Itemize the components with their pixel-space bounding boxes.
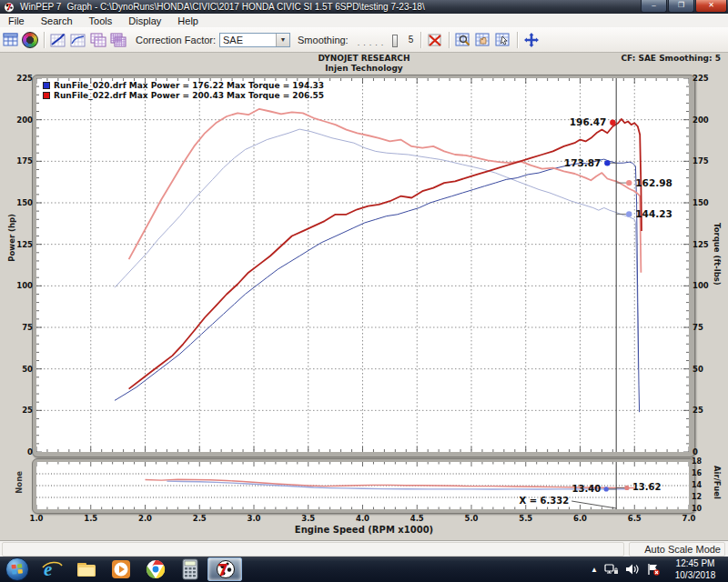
slider-ticks: ..... — [358, 38, 388, 47]
tray-expand-arrow[interactable]: ▲ — [591, 566, 598, 574]
tick-label: 4.0 — [350, 514, 376, 523]
graph-power-button[interactable] — [48, 30, 68, 49]
title-bar: 7 WinPEP 7 Graph - C:\DynoRuns\HONDA\CIV… — [0, 0, 728, 14]
smoothing-value: 5 — [409, 35, 414, 45]
move-cross-icon — [523, 32, 540, 48]
af-right-axis-title: Air/Fuel — [713, 466, 722, 499]
speaker-icon[interactable] — [625, 563, 640, 576]
graph-compare-button[interactable] — [88, 30, 108, 49]
close-button[interactable]: ✕ — [695, 0, 727, 13]
main-plot-area[interactable]: 196.47173.87162.98144.23 — [36, 78, 689, 452]
color-wheel-button[interactable] — [20, 30, 40, 49]
chrome-icon — [145, 558, 167, 580]
action-center-flag-icon[interactable] — [646, 563, 661, 576]
tick-label: 18 — [692, 457, 710, 466]
taskbar-chrome[interactable] — [138, 557, 173, 581]
runlist-grid-button[interactable] — [0, 30, 20, 49]
dyno-shop-name: DYNOJET RESEARCH — [0, 54, 728, 63]
tick-label: 50 — [11, 365, 33, 374]
graph-line-button[interactable] — [68, 30, 88, 49]
tick-label: 200 — [11, 115, 33, 125]
tick-label: 225 — [693, 74, 714, 83]
document-title: Graph - C:\DynoRuns\HONDA\CIVIC\2017 HON… — [66, 2, 424, 12]
winpep-window: 7 WinPEP 7 Graph - C:\DynoRuns\HONDA\CIV… — [0, 0, 728, 582]
zoom-graph-icon — [455, 33, 471, 47]
tick-label: 125 — [693, 240, 714, 249]
start-button[interactable] — [0, 557, 35, 581]
svg-text:13.62: 13.62 — [632, 482, 662, 492]
x-axis-title: Engine Speed (RPM x1000) — [0, 525, 728, 535]
taskbar-winpep[interactable]: 7 — [207, 557, 242, 581]
tick-label: 225 — [11, 74, 33, 83]
tick-label: 50 — [693, 365, 714, 374]
cursor-value-label: 144.23 — [635, 208, 672, 219]
tick-label: 25 — [11, 406, 33, 415]
chevron-down-icon[interactable]: ▼ — [276, 34, 289, 46]
toolbar-separator — [420, 32, 421, 48]
slider-thumb[interactable] — [392, 35, 398, 47]
tick-label: 6.5 — [622, 514, 647, 523]
svg-text:7: 7 — [6, 3, 12, 12]
calculator-icon — [181, 558, 199, 580]
tick-label: 10 — [692, 505, 710, 513]
run-legend: RunFile_020.drf Max Power = 176.22 Max T… — [43, 81, 324, 100]
tick-label: 100 — [693, 281, 714, 290]
tick-label: 175 — [693, 156, 714, 166]
tick-label: 100 — [11, 281, 33, 290]
window-controls: – ❐ ✕ — [640, 0, 727, 13]
af-left-axis-title: None — [15, 471, 24, 494]
toolbar-separator — [44, 32, 45, 48]
tick-label: 175 — [11, 156, 33, 166]
select-graph-button[interactable] — [493, 30, 513, 49]
correction-factor-label: Correction Factor: — [136, 35, 216, 45]
taskbar-clock[interactable]: 12:45 PM 10/3/2018 — [664, 557, 726, 582]
left-axis-title: Power (hp) — [7, 214, 16, 262]
tick-label: 1.5 — [78, 514, 104, 523]
menu-tools[interactable]: Tools — [81, 15, 121, 26]
taskbar-explorer[interactable] — [69, 557, 104, 581]
legend-swatch — [43, 82, 50, 89]
correction-factor-select[interactable]: SAE ▼ — [219, 33, 290, 47]
tick-label: 150 — [693, 198, 714, 207]
cursor-value-label: 162.98 — [635, 177, 672, 188]
tick-label: 25 — [693, 406, 714, 415]
correction-factor-value: SAE — [220, 35, 276, 45]
maximize-button[interactable]: ❐ — [668, 0, 694, 13]
pan-hand-icon — [475, 33, 491, 47]
status-bar: Auto Scale Mode — [0, 540, 728, 557]
menu-file[interactable]: File — [0, 15, 33, 26]
smoothing-slider[interactable]: ..... — [354, 33, 403, 47]
graph-multi-button[interactable] — [108, 30, 128, 49]
taskbar-media-player[interactable] — [104, 557, 138, 581]
menu-search[interactable]: Search — [33, 15, 81, 26]
taskbar-ie[interactable]: e — [35, 557, 69, 581]
color-wheel-icon — [22, 32, 38, 48]
af-plot-area[interactable]: 13.4013.62X = 6.332 — [36, 462, 689, 509]
minimize-button[interactable]: – — [641, 0, 667, 13]
taskbar-calculator[interactable] — [173, 557, 207, 581]
zoom-graph-button[interactable] — [453, 30, 473, 49]
select-cursor-icon — [495, 33, 511, 47]
clear-graph-button[interactable] — [425, 30, 445, 49]
cursor-value-label: 173.87 — [564, 157, 602, 168]
legend-row: RunFile_020.drf Max Power = 176.22 Max T… — [43, 81, 324, 90]
media-player-icon — [110, 558, 132, 580]
tick-label: 0 — [693, 447, 714, 457]
clock-time: 12:45 PM — [664, 557, 726, 569]
windows-orb-icon — [5, 557, 29, 581]
toolbar-separator — [517, 32, 518, 48]
tick-label: 5.5 — [513, 514, 539, 523]
menu-help[interactable]: Help — [169, 15, 207, 26]
menu-bar: File Search Tools Display Help — [0, 14, 728, 28]
network-icon[interactable] — [604, 563, 619, 576]
svg-text:e: e — [44, 558, 52, 580]
legend-swatch — [43, 92, 50, 99]
smoothing-label: Smoothing: — [298, 35, 349, 45]
menu-display[interactable]: Display — [120, 15, 169, 26]
pan-graph-button[interactable] — [473, 30, 493, 49]
dyno-graph[interactable]: 196.47173.87162.98144.23 — [36, 78, 689, 452]
air-fuel-graph[interactable]: 13.4013.62X = 6.332 — [36, 462, 689, 509]
tick-label: 75 — [11, 323, 33, 332]
move-axes-button[interactable] — [521, 30, 541, 49]
status-left-pane — [2, 542, 624, 557]
